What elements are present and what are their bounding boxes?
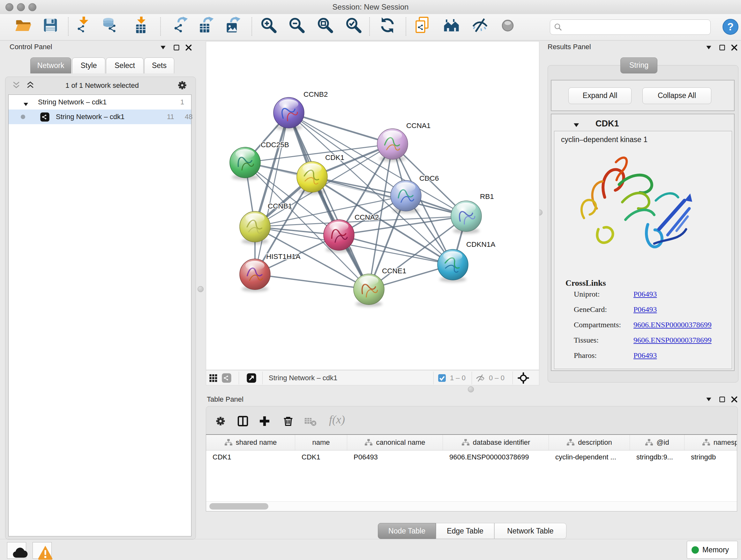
- grid-view-icon[interactable]: [209, 374, 218, 382]
- save-session-button[interactable]: [42, 17, 59, 34]
- node-CDK1[interactable]: CDK1: [297, 153, 344, 194]
- gene-section-collapse-icon[interactable]: [572, 121, 581, 130]
- edge-CCNB2-CCNA1[interactable]: [289, 113, 393, 144]
- table-panel-menu-icon[interactable]: [704, 395, 713, 403]
- zoom-out-button[interactable]: [288, 17, 306, 34]
- export-table-button[interactable]: [199, 17, 216, 34]
- memory-button[interactable]: Memory: [687, 541, 738, 559]
- table-cell[interactable]: P06493: [347, 450, 443, 464]
- zoom-in-button[interactable]: [260, 17, 277, 34]
- edge-CCNB2-HIST1H1A[interactable]: [255, 113, 289, 274]
- table-cell[interactable]: 9606.ENSP00000378699: [443, 450, 549, 464]
- crosslink-link[interactable]: P06493: [633, 351, 657, 360]
- tab-network[interactable]: Network: [30, 57, 71, 73]
- first-neighbors-button[interactable]: [443, 17, 460, 34]
- status-bar-divider: [0, 539, 741, 539]
- column-header-name[interactable]: name: [295, 435, 347, 450]
- table-panel-float-icon[interactable]: [718, 395, 726, 403]
- crosslink-label: GeneCard:: [574, 305, 607, 314]
- results-panel-close-icon[interactable]: [730, 44, 738, 52]
- search-input[interactable]: [565, 21, 707, 33]
- zoom-fit-button[interactable]: [317, 17, 334, 34]
- network-list-options-icon[interactable]: [176, 79, 188, 91]
- detach-view-icon[interactable]: [246, 373, 257, 383]
- table-cell[interactable]: stringdb: [684, 450, 737, 464]
- refresh-view-button[interactable]: [379, 17, 396, 34]
- tab-style[interactable]: Style: [72, 57, 105, 73]
- control-panel-close-icon[interactable]: [185, 44, 193, 52]
- bottom-splitter-handle[interactable]: [468, 386, 474, 392]
- import-network-from-database-button[interactable]: [101, 17, 118, 34]
- hide-selected-button[interactable]: [471, 17, 488, 34]
- node-HIST1H1A[interactable]: HIST1H1A: [240, 253, 300, 292]
- tab-network-table[interactable]: Network Table: [494, 523, 566, 539]
- cloud-status-button[interactable]: [7, 542, 26, 559]
- show-all-button[interactable]: [499, 17, 516, 34]
- network-row-selected[interactable]: String Network – cdk1 11 48: [9, 110, 191, 124]
- table-row[interactable]: CDK1CDK1P064939606.ENSP00000378699cyclin…: [206, 450, 737, 464]
- node-RB1[interactable]: RB1: [451, 192, 494, 234]
- zoom-selected-button[interactable]: [345, 17, 362, 34]
- import-table-from-file-button[interactable]: [132, 17, 149, 34]
- expand-all-networks-icon[interactable]: [25, 80, 35, 90]
- table-horizontal-scrollbar[interactable]: [206, 501, 737, 511]
- control-panel-menu-icon[interactable]: [159, 44, 167, 52]
- column-header--id[interactable]: @id: [630, 435, 684, 450]
- search-icon: [553, 22, 563, 32]
- help-button[interactable]: ?: [722, 18, 739, 35]
- collapse-all-networks-icon[interactable]: [11, 80, 21, 90]
- show-columns-icon[interactable]: [237, 415, 249, 428]
- scrollbar-thumb[interactable]: [209, 503, 268, 509]
- delete-column-icon[interactable]: [282, 415, 294, 428]
- column-header-namespace[interactable]: namespace: [684, 435, 737, 450]
- collection-expand-icon[interactable]: [22, 99, 30, 106]
- column-header-description[interactable]: description: [549, 435, 630, 450]
- crosslink-link[interactable]: P06493: [633, 290, 657, 299]
- birds-eye-toggle-icon[interactable]: [518, 372, 529, 384]
- tab-sets[interactable]: Sets: [144, 57, 174, 73]
- network-overview-icon[interactable]: [221, 373, 232, 383]
- table-cell[interactable]: CDK1: [206, 450, 295, 464]
- hidden-indicator-icon[interactable]: [475, 373, 485, 383]
- tab-string[interactable]: String: [620, 57, 657, 73]
- expand-all-button[interactable]: Expand All: [568, 87, 631, 104]
- crosslink-link[interactable]: 9606.ENSP00000378699: [633, 336, 712, 345]
- results-panel-float-icon[interactable]: [718, 44, 726, 52]
- table-cell[interactable]: CDK1: [295, 450, 347, 464]
- import-network-from-file-button[interactable]: [75, 17, 92, 34]
- warnings-button[interactable]: [32, 542, 52, 559]
- column-header-database-identifier[interactable]: database identifier: [443, 435, 549, 450]
- column-header-canonical-name[interactable]: canonical name: [347, 435, 443, 450]
- export-network-button[interactable]: [173, 17, 190, 34]
- crosslink-link[interactable]: P06493: [633, 305, 657, 314]
- export-image-button[interactable]: [225, 17, 243, 34]
- node-label: HIST1H1A: [266, 253, 300, 260]
- control-panel-float-icon[interactable]: [172, 44, 181, 52]
- tab-select[interactable]: Select: [106, 57, 144, 73]
- left-splitter-handle[interactable]: [198, 286, 204, 292]
- table-options-icon[interactable]: [214, 415, 227, 428]
- network-canvas[interactable]: CCNB2CCNA1CDC25BCDK1CDC6RB1CCNB1CCNA2CDK…: [206, 41, 539, 370]
- selected-counts: 1 – 0: [450, 370, 466, 386]
- tab-edge-table[interactable]: Edge Table: [436, 523, 494, 539]
- column-header-shared-name[interactable]: shared name: [206, 435, 295, 450]
- node-CDKN1A[interactable]: CDKN1A: [437, 240, 495, 282]
- network-collection-row[interactable]: String Network – cdk1 1: [9, 95, 191, 110]
- delete-table-icon: [304, 415, 317, 428]
- table-cell[interactable]: stringdb:9...: [630, 450, 684, 464]
- gene-description: cyclin–dependent kinase 1: [561, 135, 648, 144]
- tab-node-table[interactable]: Node Table: [378, 523, 436, 539]
- search-field[interactable]: [550, 19, 711, 35]
- duplicate-network-button[interactable]: [414, 17, 431, 34]
- collapse-all-button[interactable]: Collapse All: [643, 87, 711, 104]
- add-column-icon[interactable]: [258, 415, 271, 428]
- table-panel-close-icon[interactable]: [730, 395, 738, 403]
- toolbar-separator: [369, 17, 370, 36]
- table-cell[interactable]: cyclin-dependent ...: [549, 450, 630, 464]
- crosslink-link[interactable]: 9606.ENSP00000378699: [633, 320, 712, 329]
- edge-HIST1H1A-CCNE1[interactable]: [255, 274, 369, 289]
- selected-indicator-checkbox[interactable]: [438, 374, 446, 382]
- results-panel-menu-icon[interactable]: [704, 44, 713, 52]
- open-session-button[interactable]: [15, 17, 32, 34]
- edge-CCNB2-CCNE1[interactable]: [289, 113, 369, 289]
